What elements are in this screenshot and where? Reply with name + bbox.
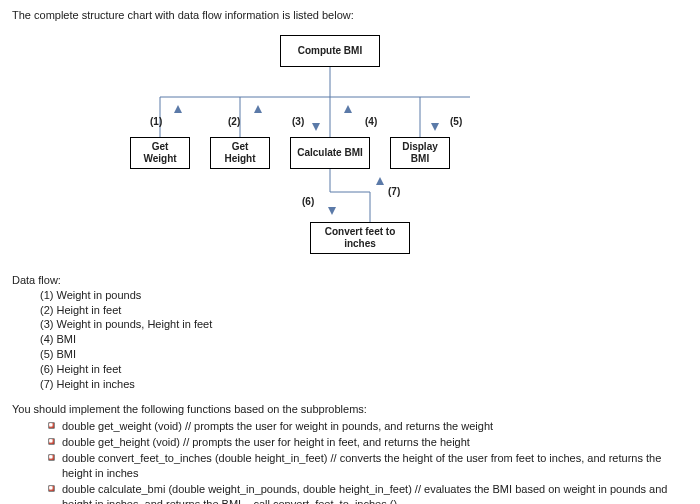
node-convert-feet: Convert feet to inches bbox=[310, 222, 410, 254]
edge-label-2: (2) bbox=[228, 115, 240, 129]
intro-text: The complete structure chart with data f… bbox=[12, 8, 688, 23]
edge-label-3: (3) bbox=[292, 115, 304, 129]
list-item: double convert_feet_to_inches (double he… bbox=[48, 450, 688, 481]
node-display-bmi: Display BMI bbox=[390, 137, 450, 169]
legend-item: (2) Height in feet bbox=[40, 303, 688, 318]
list-item: double calculate_bmi (double weight_in_p… bbox=[48, 481, 688, 504]
list-item: double get_weight (void) // prompts the … bbox=[48, 418, 688, 434]
legend-heading: Data flow: bbox=[12, 273, 688, 288]
edge-label-7: (7) bbox=[388, 185, 400, 199]
function-text: double convert_feet_to_inches (double he… bbox=[62, 452, 661, 479]
bullet-icon bbox=[48, 422, 55, 429]
edge-label-4: (4) bbox=[365, 115, 377, 129]
node-get-weight: Get Weight bbox=[130, 137, 190, 169]
svg-marker-14 bbox=[328, 207, 336, 215]
svg-marker-13 bbox=[431, 123, 439, 131]
edge-label-1: (1) bbox=[150, 115, 162, 129]
function-text: double calculate_bmi (double weight_in_p… bbox=[62, 483, 667, 504]
bullet-icon bbox=[48, 438, 55, 445]
function-text: double get_weight (void) // prompts the … bbox=[62, 420, 493, 432]
svg-marker-10 bbox=[254, 105, 262, 113]
node-get-height: Get Height bbox=[210, 137, 270, 169]
functions-list: double get_weight (void) // prompts the … bbox=[12, 418, 688, 504]
legend-item: (4) BMI bbox=[40, 332, 688, 347]
list-item: double get_height (void) // prompts the … bbox=[48, 434, 688, 450]
functions-intro: You should implement the following funct… bbox=[12, 402, 688, 417]
bullet-icon bbox=[48, 454, 55, 461]
edge-label-6: (6) bbox=[302, 195, 314, 209]
svg-marker-12 bbox=[344, 105, 352, 113]
legend-item: (3) Weight in pounds, Height in feet bbox=[40, 317, 688, 332]
svg-marker-15 bbox=[376, 177, 384, 185]
legend-item: (5) BMI bbox=[40, 347, 688, 362]
legend-item: (1) Weight in pounds bbox=[40, 288, 688, 303]
data-flow-legend: Data flow: (1) Weight in pounds (2) Heig… bbox=[12, 273, 688, 392]
node-calculate-bmi: Calculate BMI bbox=[290, 137, 370, 169]
structure-chart: Compute BMI Get Weight Get Height Calcul… bbox=[70, 27, 630, 267]
svg-marker-9 bbox=[174, 105, 182, 113]
legend-item: (7) Height in inches bbox=[40, 377, 688, 392]
bullet-icon bbox=[48, 485, 55, 492]
svg-marker-11 bbox=[312, 123, 320, 131]
legend-item: (6) Height in feet bbox=[40, 362, 688, 377]
edge-label-5: (5) bbox=[450, 115, 462, 129]
function-text: double get_height (void) // prompts the … bbox=[62, 436, 470, 448]
node-compute-bmi: Compute BMI bbox=[280, 35, 380, 67]
